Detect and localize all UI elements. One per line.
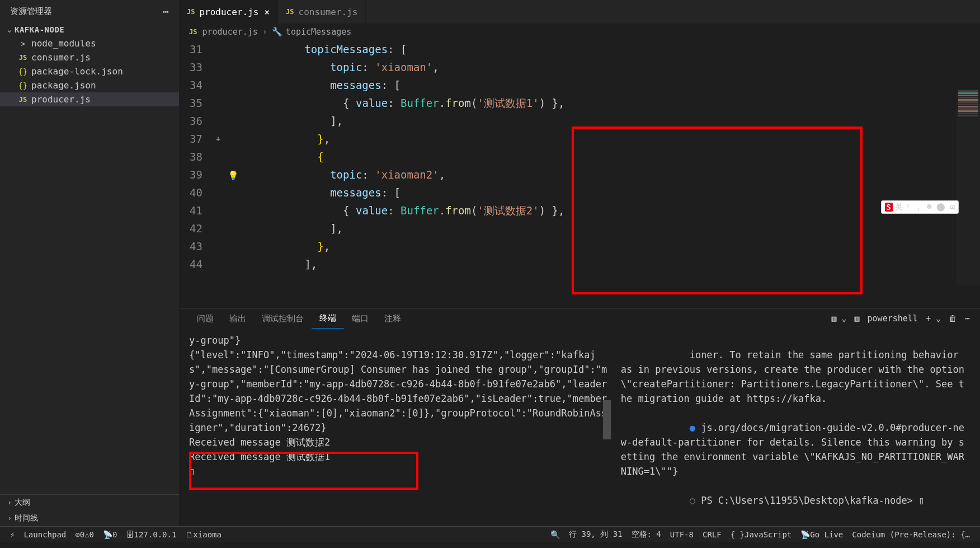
problems-button[interactable]: ⊘ 0 ⚠ 0 xyxy=(70,530,98,539)
remote-icon[interactable]: ⚡ xyxy=(6,530,19,539)
js-icon: JS xyxy=(187,8,195,16)
indent-button[interactable]: 空格: 4 xyxy=(627,530,666,540)
search-icon[interactable]: 🔍 xyxy=(546,530,564,539)
panel-tab-端口[interactable]: 端口 xyxy=(344,309,376,329)
file-tree: >node_modulesJSconsumer.js{}package-lock… xyxy=(0,36,179,494)
tab-bar: JSproducer.js×JSconsumer.js xyxy=(179,0,980,24)
status-bar: ⚡ Launchpad ⊘ 0 ⚠ 0 📡 0 🗄 127.0.0.1 🗋 xi… xyxy=(0,526,980,542)
minimap[interactable] xyxy=(957,90,980,285)
ime-toolbar[interactable]: S 英 ☽ ， ☻ ⬤ ⊡ xyxy=(881,200,959,214)
panel-more-icon[interactable]: ⋯ xyxy=(965,313,970,324)
file-icon: JS xyxy=(17,96,29,104)
file-icon: {} xyxy=(17,81,29,90)
trash-icon[interactable]: 🗑 xyxy=(949,313,957,324)
timeline-section[interactable]: ›时间线 xyxy=(0,510,179,526)
outline-section[interactable]: ›大纲 xyxy=(0,495,179,510)
file-icon: {} xyxy=(17,67,29,76)
file-consumer.js[interactable]: JSconsumer.js xyxy=(0,50,179,64)
db-host[interactable]: 🗄 127.0.0.1 xyxy=(121,530,181,539)
explorer-more-icon[interactable]: ⋯ xyxy=(163,6,169,17)
close-icon[interactable]: × xyxy=(264,7,270,17)
panel-tab-输出[interactable]: 输出 xyxy=(222,309,254,329)
chevron-down-icon: ⌄ xyxy=(4,26,15,34)
file-icon: > xyxy=(17,39,29,48)
bottom-panel: 问题输出调试控制台终端端口注释 ▥ ⌄ ▥ powershell + ⌄ 🗑 ⋯… xyxy=(179,308,980,526)
explorer-title: 资源管理器 xyxy=(10,6,52,17)
language-button[interactable]: { } JavaScript xyxy=(726,530,797,539)
code-editor[interactable]: 31333435363738394041424344 + 💡 topicMess… xyxy=(179,40,980,308)
encoding-button[interactable]: UTF-8 xyxy=(666,530,698,539)
eol-button[interactable]: CRLF xyxy=(698,530,726,539)
editor-region: JSproducer.js×JSconsumer.js JS producer.… xyxy=(179,0,980,526)
tab-consumer.js[interactable]: JSconsumer.js xyxy=(278,0,366,24)
breadcrumb[interactable]: JS producer.js › 🔧 topicMessages xyxy=(179,24,980,40)
terminal-right[interactable]: ioner. To retain the same partitioning b… xyxy=(611,333,970,522)
layout-icon[interactable]: ▥ xyxy=(855,313,860,324)
js-icon: JS xyxy=(286,8,294,16)
codeium-button[interactable]: Codeium (Pre-Release): {… xyxy=(847,530,974,539)
radio-icon[interactable]: 📡 0 xyxy=(98,530,121,539)
sidebar: 资源管理器 ⋯ ⌄ KAFKA-NODE >node_modulesJScons… xyxy=(0,0,179,526)
panel-tab-注释[interactable]: 注释 xyxy=(376,309,409,329)
folder-header[interactable]: ⌄ KAFKA-NODE xyxy=(0,23,179,36)
file-package.json[interactable]: {}package.json xyxy=(0,78,179,92)
wrench-icon: 🔧 xyxy=(272,27,282,37)
file-icon: JS xyxy=(17,54,29,62)
add-terminal-icon[interactable]: + ⌄ xyxy=(926,313,941,324)
panel-tab-问题[interactable]: 问题 xyxy=(189,309,222,329)
terminal-left[interactable]: y-group"} {"level":"INFO","timestamp":"2… xyxy=(189,333,611,522)
launchpad-button[interactable]: Launchpad xyxy=(19,530,70,539)
scrollbar-thumb[interactable] xyxy=(603,400,611,439)
file-node_modules[interactable]: >node_modules xyxy=(0,36,179,50)
cursor-position[interactable]: 行 39, 列 31 xyxy=(564,530,626,540)
folder-name: KAFKA-NODE xyxy=(15,25,64,34)
file-producer.js[interactable]: JSproducer.js xyxy=(0,92,179,106)
js-icon: JS xyxy=(189,28,197,36)
split-icon[interactable]: ▥ ⌄ xyxy=(831,313,846,324)
panel-tab-终端[interactable]: 终端 xyxy=(312,308,344,329)
db-name[interactable]: 🗋 xiaoma xyxy=(181,530,226,539)
golive-button[interactable]: 📡 Go Live xyxy=(796,530,847,539)
shell-label[interactable]: powershell xyxy=(868,313,918,324)
file-package-lock.json[interactable]: {}package-lock.json xyxy=(0,64,179,78)
panel-tab-调试控制台[interactable]: 调试控制台 xyxy=(254,309,312,329)
tab-producer.js[interactable]: JSproducer.js× xyxy=(179,0,278,24)
